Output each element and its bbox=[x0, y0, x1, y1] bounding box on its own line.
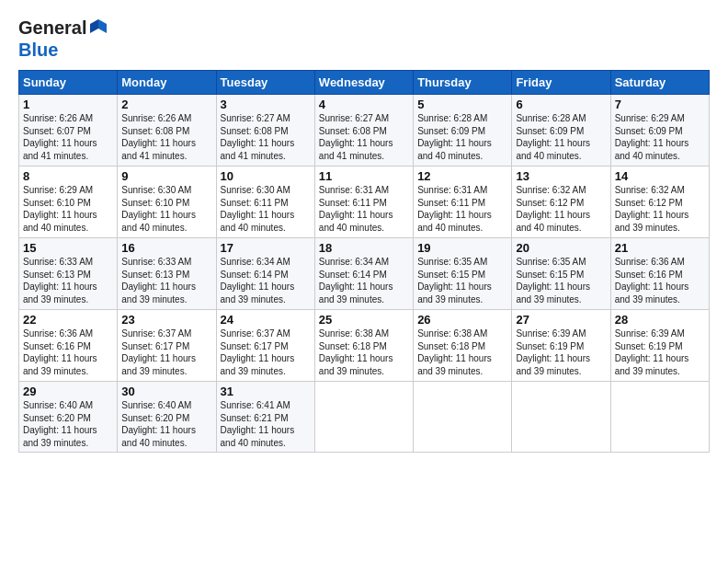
calendar-cell: 26 Sunrise: 6:38 AMSunset: 6:18 PMDaylig… bbox=[414, 310, 512, 382]
day-number: 22 bbox=[23, 313, 113, 327]
calendar-cell: 5 Sunrise: 6:28 AMSunset: 6:09 PMDayligh… bbox=[414, 95, 512, 167]
day-number: 29 bbox=[23, 385, 113, 398]
day-number: 10 bbox=[221, 169, 311, 183]
calendar-cell bbox=[414, 382, 512, 453]
calendar-cell bbox=[314, 382, 413, 453]
day-number: 28 bbox=[615, 313, 705, 327]
calendar-cell: 9 Sunrise: 6:30 AMSunset: 6:10 PMDayligh… bbox=[118, 167, 216, 238]
day-number: 2 bbox=[121, 98, 211, 111]
header: General Blue bbox=[18, 17, 710, 61]
day-number: 16 bbox=[121, 241, 211, 255]
day-info: Sunrise: 6:26 AMSunset: 6:07 PMDaylight:… bbox=[23, 113, 97, 161]
calendar-cell: 8 Sunrise: 6:29 AMSunset: 6:10 PMDayligh… bbox=[19, 167, 118, 238]
day-info: Sunrise: 6:33 AMSunset: 6:13 PMDaylight:… bbox=[121, 257, 196, 304]
day-number: 11 bbox=[319, 169, 409, 183]
calendar-cell: 6 Sunrise: 6:28 AMSunset: 6:09 PMDayligh… bbox=[512, 95, 610, 167]
calendar-cell: 10 Sunrise: 6:30 AMSunset: 6:11 PMDaylig… bbox=[216, 167, 314, 238]
calendar-week-row: 22 Sunrise: 6:36 AMSunset: 6:16 PMDaylig… bbox=[19, 310, 710, 382]
calendar-cell: 12 Sunrise: 6:31 AMSunset: 6:11 PMDaylig… bbox=[414, 167, 512, 238]
calendar-cell: 31 Sunrise: 6:41 AMSunset: 6:21 PMDaylig… bbox=[216, 382, 314, 453]
calendar-cell: 20 Sunrise: 6:35 AMSunset: 6:15 PMDaylig… bbox=[512, 238, 610, 310]
day-number: 8 bbox=[23, 169, 113, 183]
calendar-cell: 2 Sunrise: 6:26 AMSunset: 6:08 PMDayligh… bbox=[118, 95, 216, 167]
day-number: 5 bbox=[417, 98, 507, 111]
day-number: 21 bbox=[615, 241, 705, 255]
day-info: Sunrise: 6:30 AMSunset: 6:11 PMDaylight:… bbox=[221, 185, 295, 233]
calendar-cell bbox=[512, 382, 610, 453]
calendar-cell: 15 Sunrise: 6:33 AMSunset: 6:13 PMDaylig… bbox=[19, 238, 118, 310]
day-info: Sunrise: 6:33 AMSunset: 6:13 PMDaylight:… bbox=[23, 257, 97, 304]
day-info: Sunrise: 6:29 AMSunset: 6:10 PMDaylight:… bbox=[23, 185, 97, 233]
day-info: Sunrise: 6:32 AMSunset: 6:12 PMDaylight:… bbox=[615, 185, 689, 233]
calendar-cell: 22 Sunrise: 6:36 AMSunset: 6:16 PMDaylig… bbox=[19, 310, 118, 382]
day-info: Sunrise: 6:30 AMSunset: 6:10 PMDaylight:… bbox=[121, 185, 196, 233]
day-info: Sunrise: 6:41 AMSunset: 6:21 PMDaylight:… bbox=[221, 400, 295, 448]
logo-blue: Blue bbox=[18, 39, 58, 61]
day-number: 25 bbox=[319, 313, 409, 327]
logo-flag-icon bbox=[88, 17, 108, 38]
day-info: Sunrise: 6:34 AMSunset: 6:14 PMDaylight:… bbox=[221, 257, 295, 304]
calendar-cell: 3 Sunrise: 6:27 AMSunset: 6:08 PMDayligh… bbox=[216, 95, 314, 167]
day-info: Sunrise: 6:26 AMSunset: 6:08 PMDaylight:… bbox=[121, 113, 196, 161]
day-info: Sunrise: 6:27 AMSunset: 6:08 PMDaylight:… bbox=[221, 113, 295, 161]
svg-marker-1 bbox=[90, 19, 98, 33]
calendar-cell bbox=[610, 382, 709, 453]
day-info: Sunrise: 6:37 AMSunset: 6:17 PMDaylight:… bbox=[221, 328, 295, 376]
day-number: 17 bbox=[221, 241, 311, 255]
day-number: 30 bbox=[121, 385, 211, 398]
day-number: 7 bbox=[615, 98, 705, 111]
day-info: Sunrise: 6:40 AMSunset: 6:20 PMDaylight:… bbox=[23, 400, 97, 448]
calendar-cell: 7 Sunrise: 6:29 AMSunset: 6:09 PMDayligh… bbox=[610, 95, 709, 167]
calendar-day-header: Friday bbox=[512, 71, 610, 95]
logo-general: General bbox=[18, 17, 86, 39]
page: General Blue SundayMondayTuesdayWednesda… bbox=[0, 0, 728, 563]
day-number: 6 bbox=[516, 98, 606, 111]
day-info: Sunrise: 6:29 AMSunset: 6:09 PMDaylight:… bbox=[615, 113, 689, 161]
day-info: Sunrise: 6:28 AMSunset: 6:09 PMDaylight:… bbox=[516, 113, 590, 161]
calendar-cell: 17 Sunrise: 6:34 AMSunset: 6:14 PMDaylig… bbox=[216, 238, 314, 310]
day-info: Sunrise: 6:32 AMSunset: 6:12 PMDaylight:… bbox=[516, 185, 590, 233]
day-number: 3 bbox=[221, 98, 311, 111]
day-number: 23 bbox=[121, 313, 211, 327]
day-info: Sunrise: 6:37 AMSunset: 6:17 PMDaylight:… bbox=[121, 328, 196, 376]
calendar-cell: 24 Sunrise: 6:37 AMSunset: 6:17 PMDaylig… bbox=[216, 310, 314, 382]
day-info: Sunrise: 6:36 AMSunset: 6:16 PMDaylight:… bbox=[23, 328, 97, 376]
calendar-cell: 21 Sunrise: 6:36 AMSunset: 6:16 PMDaylig… bbox=[610, 238, 709, 310]
day-number: 12 bbox=[417, 169, 507, 183]
day-number: 20 bbox=[516, 241, 606, 255]
calendar-day-header: Saturday bbox=[610, 71, 709, 95]
day-info: Sunrise: 6:38 AMSunset: 6:18 PMDaylight:… bbox=[319, 328, 393, 376]
calendar-cell: 28 Sunrise: 6:39 AMSunset: 6:19 PMDaylig… bbox=[610, 310, 709, 382]
calendar-cell: 19 Sunrise: 6:35 AMSunset: 6:15 PMDaylig… bbox=[414, 238, 512, 310]
day-info: Sunrise: 6:35 AMSunset: 6:15 PMDaylight:… bbox=[516, 257, 590, 304]
day-number: 26 bbox=[417, 313, 507, 327]
day-number: 19 bbox=[417, 241, 507, 255]
day-number: 27 bbox=[516, 313, 606, 327]
calendar-week-row: 1 Sunrise: 6:26 AMSunset: 6:07 PMDayligh… bbox=[19, 95, 710, 167]
day-info: Sunrise: 6:31 AMSunset: 6:11 PMDaylight:… bbox=[417, 185, 492, 233]
calendar-cell: 4 Sunrise: 6:27 AMSunset: 6:08 PMDayligh… bbox=[314, 95, 413, 167]
calendar-cell: 29 Sunrise: 6:40 AMSunset: 6:20 PMDaylig… bbox=[19, 382, 118, 453]
day-info: Sunrise: 6:28 AMSunset: 6:09 PMDaylight:… bbox=[417, 113, 492, 161]
day-info: Sunrise: 6:39 AMSunset: 6:19 PMDaylight:… bbox=[516, 328, 590, 376]
calendar-day-header: Sunday bbox=[19, 71, 118, 95]
calendar-table: SundayMondayTuesdayWednesdayThursdayFrid… bbox=[18, 70, 710, 453]
calendar-week-row: 29 Sunrise: 6:40 AMSunset: 6:20 PMDaylig… bbox=[19, 382, 710, 453]
calendar-cell: 23 Sunrise: 6:37 AMSunset: 6:17 PMDaylig… bbox=[118, 310, 216, 382]
day-info: Sunrise: 6:34 AMSunset: 6:14 PMDaylight:… bbox=[319, 257, 393, 304]
day-number: 9 bbox=[121, 169, 211, 183]
logo: General Blue bbox=[18, 17, 108, 61]
calendar-cell: 30 Sunrise: 6:40 AMSunset: 6:20 PMDaylig… bbox=[118, 382, 216, 453]
calendar-cell: 14 Sunrise: 6:32 AMSunset: 6:12 PMDaylig… bbox=[610, 167, 709, 238]
day-number: 18 bbox=[319, 241, 409, 255]
day-info: Sunrise: 6:40 AMSunset: 6:20 PMDaylight:… bbox=[121, 400, 196, 448]
calendar-cell: 13 Sunrise: 6:32 AMSunset: 6:12 PMDaylig… bbox=[512, 167, 610, 238]
day-number: 1 bbox=[23, 98, 113, 111]
day-number: 15 bbox=[23, 241, 113, 255]
day-info: Sunrise: 6:39 AMSunset: 6:19 PMDaylight:… bbox=[615, 328, 689, 376]
calendar-day-header: Wednesday bbox=[314, 71, 413, 95]
calendar-cell: 11 Sunrise: 6:31 AMSunset: 6:11 PMDaylig… bbox=[314, 167, 413, 238]
day-info: Sunrise: 6:31 AMSunset: 6:11 PMDaylight:… bbox=[319, 185, 393, 233]
day-info: Sunrise: 6:36 AMSunset: 6:16 PMDaylight:… bbox=[615, 257, 689, 304]
calendar-day-header: Thursday bbox=[414, 71, 512, 95]
